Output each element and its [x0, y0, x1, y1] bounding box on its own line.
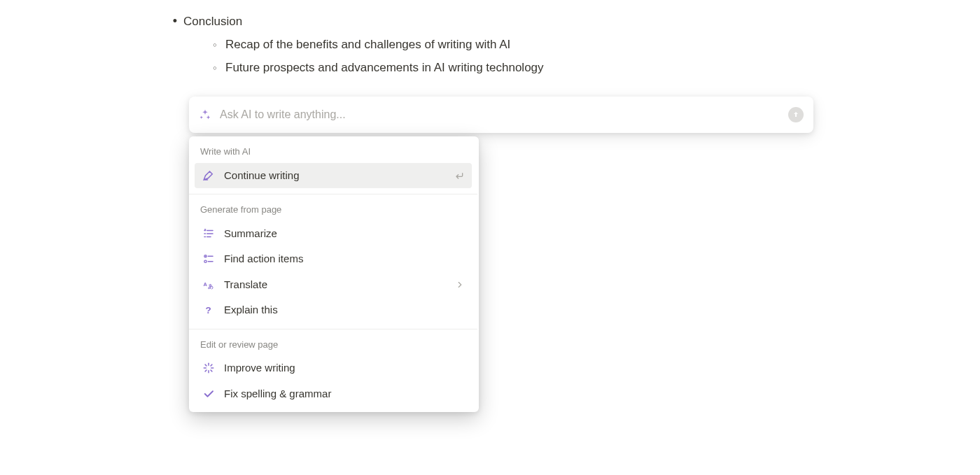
sub-bullet-list: Recap of the benefits and challenges of … [183, 35, 811, 77]
bullet-icon [204, 58, 225, 71]
menu-item-label: Continue writing [224, 168, 445, 184]
svg-line-10 [205, 364, 206, 366]
list-item[interactable]: Recap of the benefits and challenges of … [204, 35, 811, 54]
summarize-icon [202, 227, 216, 241]
menu-section-header: Generate from page [189, 194, 477, 221]
check-icon [202, 387, 216, 401]
menu-item-translate[interactable]: A あ Translate [195, 272, 472, 298]
menu-item-label: Translate [224, 277, 447, 293]
menu-section-header: Edit or review page [189, 329, 477, 356]
enter-key-icon [454, 170, 465, 181]
ask-ai-input[interactable] [220, 108, 780, 121]
svg-line-12 [205, 370, 206, 371]
menu-item-label: Find action items [224, 251, 465, 267]
bullet-list: • Conclusion Recap of the benefits and c… [167, 10, 811, 82]
bullet-icon: • [167, 12, 183, 31]
pencil-icon [202, 169, 216, 183]
svg-line-13 [211, 364, 212, 366]
menu-item-find-action-items[interactable]: Find action items [195, 246, 472, 272]
translate-icon: A あ [202, 278, 216, 292]
chevron-right-icon [455, 280, 465, 290]
bullet-icon [204, 35, 225, 48]
svg-text:?: ? [206, 305, 211, 316]
menu-item-improve-writing[interactable]: Improve writing [195, 355, 472, 381]
question-icon: ? [202, 303, 216, 317]
svg-text:あ: あ [208, 283, 214, 290]
bullet-text[interactable]: Conclusion [183, 15, 242, 28]
bullet-text[interactable]: Future prospects and advancements in AI … [225, 58, 544, 77]
sparkles-burst-icon [202, 361, 216, 375]
menu-item-label: Explain this [224, 302, 465, 318]
menu-item-explain-this[interactable]: ? Explain this [195, 297, 472, 323]
svg-point-2 [205, 256, 206, 257]
menu-item-summarize[interactable]: Summarize [195, 221, 472, 247]
ai-actions-menu: Write with AI Continue writing Generate … [189, 136, 479, 412]
svg-line-11 [211, 370, 212, 371]
sparkle-icon [199, 108, 211, 121]
svg-text:A: A [204, 281, 208, 287]
menu-item-label: Summarize [224, 226, 465, 242]
action-items-icon [202, 252, 216, 266]
menu-section-header: Write with AI [189, 136, 477, 163]
menu-scroll[interactable]: Write with AI Continue writing Generate … [189, 136, 479, 412]
list-item[interactable]: Future prospects and advancements in AI … [204, 58, 811, 77]
list-item[interactable]: • Conclusion Recap of the benefits and c… [167, 10, 811, 82]
menu-item-label: Fix spelling & grammar [224, 386, 465, 402]
menu-item-label: Improve writing [224, 360, 465, 376]
menu-item-continue-writing[interactable]: Continue writing [195, 163, 472, 189]
menu-item-fix-spelling-grammar[interactable]: Fix spelling & grammar [195, 381, 472, 407]
ask-ai-bar[interactable] [189, 97, 813, 133]
bullet-text[interactable]: Recap of the benefits and challenges of … [225, 35, 510, 54]
document-content: • Conclusion Recap of the benefits and c… [167, 10, 811, 83]
svg-point-1 [204, 260, 206, 262]
send-button[interactable] [788, 107, 804, 122]
